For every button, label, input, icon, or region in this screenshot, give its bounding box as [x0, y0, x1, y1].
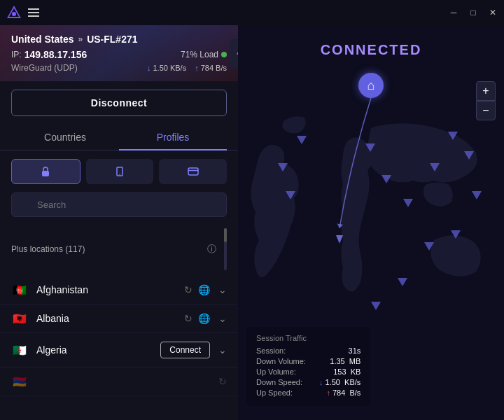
- speed-values: ↓ 1.50 KB/s ↑ 784 B/s: [147, 64, 227, 72]
- protocol-label: WireGuard (UDP): [11, 63, 78, 73]
- list-item[interactable]: 🇦🇫 Afghanistan ↻ 🌐 ⌄: [0, 276, 238, 304]
- session-key-up-speed: Up Speed:: [256, 388, 293, 397]
- scrollbar-track: [224, 228, 227, 270]
- map-zoom-controls: + −: [476, 81, 496, 120]
- load-label: 71% Load: [181, 50, 218, 59]
- home-pin: ⌂: [358, 73, 384, 98]
- filter-card-button[interactable]: [159, 159, 227, 184]
- country-actions-partial: ↻: [218, 376, 227, 387]
- refresh-icon-afghanistan[interactable]: ↻: [184, 284, 192, 295]
- zoom-out-button[interactable]: −: [476, 101, 496, 120]
- search-wrapper: 🔍: [11, 192, 227, 217]
- expand-icon-algeria[interactable]: ⌄: [218, 344, 227, 356]
- expand-icon-afghanistan[interactable]: ⌄: [218, 284, 227, 295]
- session-val-down-volume: 1.35 MB: [330, 357, 360, 365]
- load-indicator: 71% Load: [181, 50, 227, 59]
- titlebar: ─ □ ✕: [0, 0, 504, 25]
- country-actions-algeria: Connect ⌄: [160, 342, 227, 358]
- search-section: 🔍: [0, 192, 238, 225]
- down-arrow-icon: ↓: [147, 64, 151, 72]
- country-actions-afghanistan: ↻ 🌐 ⌄: [184, 284, 227, 295]
- list-item[interactable]: 🇦🇲 ↻: [0, 368, 238, 396]
- left-panel: United States » US-FL#271 IP: 149.88.17.…: [0, 25, 238, 420]
- country-actions-albania: ↻ 🌐 ⌄: [184, 313, 227, 324]
- location-arrow-icon: »: [78, 34, 83, 44]
- session-traffic-title: Session Traffic: [256, 334, 360, 342]
- globe-icon-albania[interactable]: 🌐: [198, 313, 210, 324]
- location-server: US-FL#271: [87, 34, 137, 45]
- tab-profiles[interactable]: Profiles: [119, 125, 227, 150]
- menu-icon[interactable]: [28, 6, 42, 20]
- plus-icons: ⓘ: [204, 228, 227, 270]
- ip-label: IP:: [11, 50, 22, 59]
- down-speed: ↓ 1.50 KB/s: [147, 64, 186, 72]
- app-logo: [6, 4, 22, 21]
- search-input[interactable]: [11, 192, 227, 217]
- session-row-up-speed: Up Speed: ↑ 784 B/s: [256, 388, 360, 397]
- up-arrow-icon: ↑: [195, 64, 199, 72]
- location-title: United States » US-FL#271: [11, 34, 227, 45]
- filter-lock-button[interactable]: [11, 159, 80, 184]
- globe-icon-afghanistan[interactable]: 🌐: [198, 284, 210, 295]
- session-row-up-volume: Up Volume: 153 KB: [256, 368, 360, 376]
- load-dot: [221, 52, 227, 57]
- window-controls: ─ □ ✕: [448, 7, 498, 18]
- refresh-icon-partial[interactable]: ↻: [218, 376, 227, 387]
- country-name-afghanistan: Afghanistan: [36, 284, 184, 295]
- list-item[interactable]: 🇦🇱 Albania ↻ 🌐 ⌄: [0, 304, 238, 333]
- filter-section: [0, 150, 238, 192]
- session-key-down-speed: Down Speed:: [256, 378, 302, 386]
- plus-header: Plus locations (117) ⓘ: [0, 225, 238, 276]
- up-speed-arrow-icon: ↑: [326, 388, 330, 397]
- zoom-in-button[interactable]: +: [476, 81, 496, 101]
- svg-point-2: [12, 12, 16, 16]
- maximize-button[interactable]: □: [468, 7, 479, 18]
- flag-albania: 🇦🇱: [11, 313, 28, 324]
- up-speed: ↑ 784 B/s: [195, 64, 227, 72]
- country-list: 🇦🇫 Afghanistan ↻ 🌐 ⌄ 🇦🇱 Albania ↻ 🌐 ⌄: [0, 276, 238, 420]
- flag-algeria: 🇩🇿: [11, 344, 28, 356]
- connected-label: CONNECTED: [321, 42, 422, 58]
- svg-point-4: [119, 174, 120, 175]
- location-country: United States: [11, 34, 74, 45]
- connect-button-algeria[interactable]: Connect: [160, 342, 210, 358]
- tab-countries[interactable]: Countries: [11, 125, 119, 150]
- session-val-session: 31s: [349, 346, 361, 355]
- session-val-up-speed: ↑ 784 B/s: [326, 388, 360, 397]
- country-name-albania: Albania: [36, 313, 184, 324]
- filter-phone-button[interactable]: [86, 159, 154, 184]
- right-panel: CONNECTED ⌂: [238, 25, 504, 420]
- session-row-down-speed: Down Speed: ↓ 1.50 KB/s: [256, 378, 360, 386]
- session-traffic-panel: Session Traffic Session: 31s Down Volume…: [246, 327, 370, 406]
- svg-rect-3: [42, 171, 49, 176]
- plus-locations-label: Plus locations (117): [11, 244, 85, 254]
- down-speed-arrow-icon: ↓: [319, 378, 323, 386]
- collapse-toggle-button[interactable]: ‹: [230, 39, 238, 67]
- flag-afghanistan: 🇦🇫: [11, 284, 28, 295]
- session-val-up-volume: 153 KB: [333, 368, 360, 376]
- home-icon: ⌂: [368, 78, 375, 93]
- info-icon[interactable]: ⓘ: [204, 242, 218, 256]
- disconnect-section: Disconnect: [0, 81, 238, 125]
- close-button[interactable]: ✕: [487, 7, 498, 18]
- session-key-down-volume: Down Volume:: [256, 357, 306, 365]
- session-row-down-volume: Down Volume: 1.35 MB: [256, 357, 360, 365]
- expand-icon-albania[interactable]: ⌄: [218, 313, 227, 324]
- tabs-section: Countries Profiles: [0, 125, 238, 150]
- map-container: CONNECTED ⌂: [238, 25, 504, 420]
- main-layout: United States » US-FL#271 IP: 149.88.17.…: [0, 25, 504, 420]
- list-item[interactable]: 🇩🇿 Algeria Connect ⌄: [0, 333, 238, 368]
- svg-rect-5: [188, 168, 198, 175]
- session-row-session: Session: 31s: [256, 346, 360, 355]
- panel-header: United States » US-FL#271 IP: 149.88.17.…: [0, 25, 238, 81]
- flag-partial: 🇦🇲: [11, 376, 28, 387]
- refresh-icon-albania[interactable]: ↻: [184, 313, 192, 324]
- ip-value: 149.88.17.156: [24, 49, 88, 60]
- session-key-session: Session:: [256, 346, 286, 355]
- session-key-up-volume: Up Volume:: [256, 368, 296, 376]
- disconnect-button[interactable]: Disconnect: [11, 90, 227, 116]
- scrollbar-thumb: [224, 228, 227, 242]
- minimize-button[interactable]: ─: [448, 7, 459, 18]
- session-val-down-speed: ↓ 1.50 KB/s: [319, 378, 360, 386]
- country-name-algeria: Algeria: [36, 344, 160, 356]
